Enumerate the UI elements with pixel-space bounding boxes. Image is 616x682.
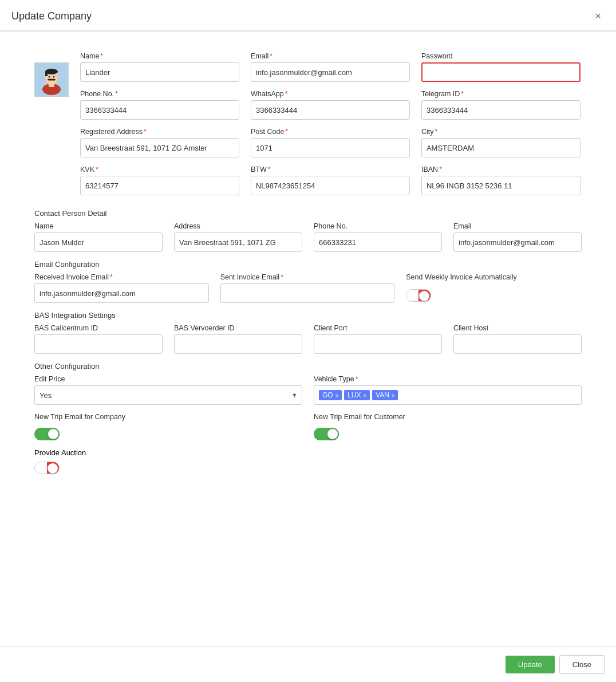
vehicle-tag-go[interactable]: GO x xyxy=(319,390,342,400)
password-label: Password xyxy=(421,52,581,60)
iban-input[interactable] xyxy=(421,176,581,195)
city-group: City* xyxy=(421,128,581,157)
phone-group: Phone No.* xyxy=(80,90,239,120)
name-label: Name* xyxy=(80,52,239,60)
other-config-title: Other Configuration xyxy=(34,362,582,370)
weekly-invoice-toggle[interactable] xyxy=(406,289,431,302)
avatar[interactable] xyxy=(34,62,69,97)
vehicle-type-label: Vehicle Type* xyxy=(314,375,582,383)
contact-name-label: Name xyxy=(34,222,163,230)
contact-row: Name Address Phone No. Email xyxy=(34,222,582,252)
phone-label: Phone No.* xyxy=(80,90,239,98)
contact-name-input[interactable] xyxy=(34,232,163,252)
trip-customer-toggle[interactable] xyxy=(314,428,339,440)
vehicle-tags-container[interactable]: GO x LUX x VAN x xyxy=(314,385,582,405)
svg-point-7 xyxy=(51,79,56,81)
postcode-group: Post Code* xyxy=(251,128,410,157)
provide-auction-section: Provide Auction xyxy=(34,448,582,474)
contact-phone-input[interactable] xyxy=(314,232,442,252)
provide-auction-toggle[interactable] xyxy=(34,462,60,474)
received-invoice-input[interactable] xyxy=(34,283,209,303)
vehicle-tag-van-remove[interactable]: x xyxy=(392,392,395,399)
client-host-label: Client Host xyxy=(453,324,582,332)
weekly-invoice-toggle-row xyxy=(406,286,581,302)
postcode-input[interactable] xyxy=(251,138,410,157)
svg-point-8 xyxy=(49,76,50,78)
bas-callcentrum-label: BAS Callcentrum ID xyxy=(34,324,163,332)
provide-auction-toggle-knob xyxy=(48,463,58,474)
contact-name-group: Name xyxy=(34,222,163,252)
contact-email-input[interactable] xyxy=(453,232,582,252)
received-invoice-label: Received Invoice Email* xyxy=(34,273,209,281)
email-input[interactable] xyxy=(251,62,410,82)
telegram-input[interactable] xyxy=(421,100,581,120)
client-host-input[interactable] xyxy=(453,334,582,354)
vehicle-tag-van[interactable]: VAN x xyxy=(372,390,398,400)
modal-footer: Update Close xyxy=(0,646,616,682)
bas-callcentrum-group: BAS Callcentrum ID xyxy=(34,324,163,354)
update-button[interactable]: Update xyxy=(506,656,555,673)
client-port-input[interactable] xyxy=(314,334,442,354)
provide-auction-toggle-row xyxy=(34,459,582,474)
password-input[interactable] xyxy=(421,62,581,82)
header-divider xyxy=(0,31,616,31)
sent-invoice-group: Sent Invoice Email* xyxy=(220,273,395,303)
vehicle-tag-go-remove[interactable]: x xyxy=(335,392,339,399)
provide-auction-label: Provide Auction xyxy=(34,448,86,457)
modal-body: Name* Email* Password xyxy=(0,41,616,646)
email-config-row: Received Invoice Email* Sent Invoice Ema… xyxy=(34,273,582,303)
name-required-star: * xyxy=(100,52,103,60)
vehicle-tag-lux-remove[interactable]: x xyxy=(364,392,367,399)
trip-company-toggle[interactable] xyxy=(34,428,60,440)
kvk-label: KVK* xyxy=(80,165,239,174)
telegram-group: Telegram ID* xyxy=(421,90,581,120)
modal-title: Update Company xyxy=(11,10,92,22)
received-invoice-group: Received Invoice Email* xyxy=(34,273,209,303)
edit-price-select-wrapper: Yes No ▼ xyxy=(34,385,302,405)
name-group: Name* xyxy=(80,52,239,82)
bas-vervoerder-input[interactable] xyxy=(174,334,302,354)
trip-customer-label: New Trip Email for Customer xyxy=(314,413,582,421)
password-group: Password xyxy=(421,52,581,82)
btw-input[interactable] xyxy=(251,176,410,195)
edit-price-label: Edit Price xyxy=(34,375,302,383)
telegram-label: Telegram ID* xyxy=(421,90,581,98)
name-input[interactable] xyxy=(80,62,239,82)
kvk-input[interactable] xyxy=(80,176,239,195)
bas-vervoerder-label: BAS Vervoerder ID xyxy=(174,324,302,332)
trip-customer-toggle-row xyxy=(314,425,582,440)
bas-section: BAS Integration Settings BAS Callcentrum… xyxy=(34,311,582,354)
other-config-section: Other Configuration Edit Price Yes No ▼ xyxy=(34,362,582,474)
phone-input[interactable] xyxy=(80,100,239,120)
bas-section-title: BAS Integration Settings xyxy=(34,311,582,320)
city-label: City* xyxy=(421,128,581,136)
trip-company-toggle-row xyxy=(34,425,302,440)
sent-invoice-input[interactable] xyxy=(220,283,395,303)
city-input[interactable] xyxy=(421,138,581,157)
contact-address-input[interactable] xyxy=(174,232,302,252)
whatsapp-input[interactable] xyxy=(251,100,410,120)
contact-address-label: Address xyxy=(174,222,302,230)
email-required-star: * xyxy=(270,52,273,60)
vehicle-type-group: Vehicle Type* GO x LUX x VAN xyxy=(314,375,582,405)
edit-price-select[interactable]: Yes No xyxy=(34,385,302,405)
postcode-label: Post Code* xyxy=(251,128,410,136)
modal-close-button[interactable]: × xyxy=(591,9,605,23)
contact-email-label: Email xyxy=(453,222,582,230)
bas-callcentrum-input[interactable] xyxy=(34,334,163,354)
whatsapp-label: WhatsApp* xyxy=(251,90,410,98)
close-button[interactable]: Close xyxy=(559,655,605,674)
trip-company-label: New Trip Email for Company xyxy=(34,413,302,421)
client-port-label: Client Port xyxy=(314,324,442,332)
vehicle-tag-lux[interactable]: LUX x xyxy=(344,390,370,400)
svg-rect-5 xyxy=(45,72,48,76)
contact-section: Contact Person Detail Name Address Phone… xyxy=(34,209,582,252)
whatsapp-group: WhatsApp* xyxy=(251,90,410,120)
contact-phone-group: Phone No. xyxy=(314,222,442,252)
iban-label: IBAN* xyxy=(421,165,581,174)
address-input[interactable] xyxy=(80,138,239,157)
client-host-group: Client Host xyxy=(453,324,582,354)
trip-customer-group: New Trip Email for Customer xyxy=(314,413,582,440)
modal-update-company: Update Company × xyxy=(0,0,616,682)
weekly-invoice-toggle-knob xyxy=(419,291,429,301)
